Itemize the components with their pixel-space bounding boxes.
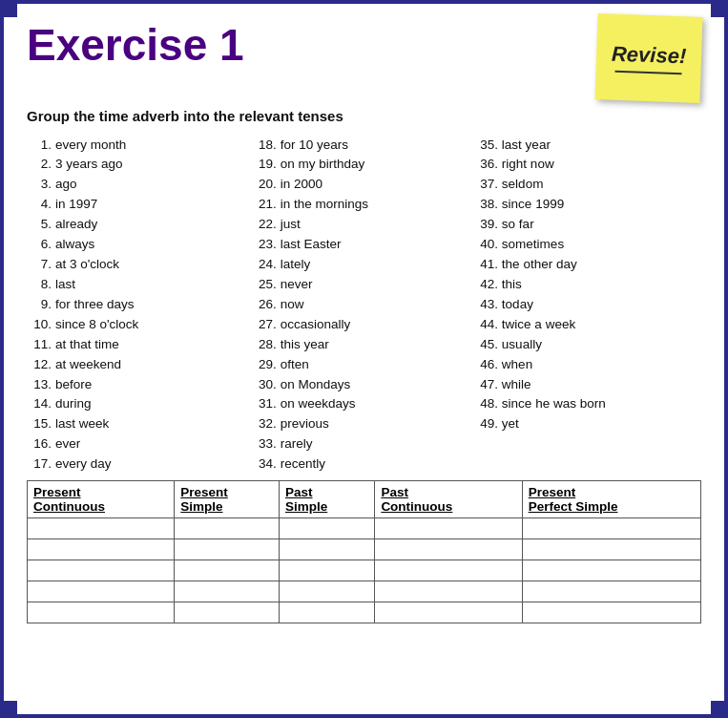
item-text: never bbox=[281, 275, 313, 295]
list-item: 32.previous bbox=[252, 414, 477, 434]
table-cell bbox=[375, 539, 522, 560]
list-col3: 35. last year36. right now37. seldom38. … bbox=[476, 136, 701, 435]
table-cell bbox=[522, 560, 700, 581]
item-text: rarely bbox=[281, 434, 313, 454]
item-num: 3. bbox=[27, 175, 53, 195]
item-num: 30. bbox=[252, 375, 279, 395]
item-num: 12. bbox=[27, 355, 53, 375]
item-num: 14. bbox=[27, 394, 53, 414]
item-text: in the mornings bbox=[281, 195, 368, 215]
list-item: 40. sometimes bbox=[476, 235, 701, 255]
table-cell bbox=[522, 518, 700, 539]
list-item: 4.in 1997 bbox=[27, 195, 252, 215]
list-item: 7.at 3 o'clock bbox=[27, 255, 252, 275]
list-item: 1.every month bbox=[27, 136, 252, 156]
item-num: 28. bbox=[252, 335, 279, 355]
list-item: 35. last year bbox=[476, 136, 701, 156]
lists-area: 1.every month2.3 years ago3.ago4.in 1997… bbox=[27, 136, 701, 475]
item-text: during bbox=[55, 394, 92, 414]
list-item: 47. while bbox=[476, 375, 701, 395]
column-2: 18.for 10 years19.on my birthday20.in 20… bbox=[252, 136, 477, 475]
item-num: 33. bbox=[252, 434, 279, 454]
list-item: 39. so far bbox=[476, 215, 701, 235]
table-cell bbox=[375, 518, 522, 539]
column-3: 35. last year36. right now37. seldom38. … bbox=[476, 136, 701, 475]
table-header-cell: PastContinuous bbox=[375, 481, 522, 518]
table-cell bbox=[279, 539, 374, 560]
item-num: 15. bbox=[27, 414, 53, 434]
item-text: at 3 o'clock bbox=[55, 255, 119, 275]
list-item: 41. the other day bbox=[476, 255, 701, 275]
table-cell bbox=[279, 560, 374, 581]
column-1: 1.every month2.3 years ago3.ago4.in 1997… bbox=[27, 136, 252, 475]
table-header-row: PresentContinuousPresentSimplePastSimple… bbox=[28, 481, 701, 518]
list-item: 45. usually bbox=[476, 335, 701, 355]
table-cell bbox=[28, 518, 175, 539]
table-cell bbox=[522, 602, 700, 623]
table-cell bbox=[28, 560, 175, 581]
item-num: 32. bbox=[252, 414, 279, 434]
item-text: previous bbox=[281, 414, 329, 434]
list-item: 10.since 8 o'clock bbox=[27, 315, 252, 335]
list-item: 38. since 1999 bbox=[476, 195, 701, 215]
corner-tr bbox=[711, 4, 724, 17]
item-num: 7. bbox=[27, 255, 53, 275]
item-text: ever bbox=[55, 434, 80, 454]
instruction-text: Group the time adverb into the relevant … bbox=[27, 107, 701, 126]
list-item: 24.lately bbox=[252, 255, 477, 275]
table-header-cell: PastSimple bbox=[279, 481, 374, 518]
list-item: 5.already bbox=[27, 215, 252, 235]
table-cell bbox=[279, 581, 374, 602]
item-text: in 2000 bbox=[281, 175, 322, 195]
item-num: 8. bbox=[27, 275, 53, 295]
list-col2: 18.for 10 years19.on my birthday20.in 20… bbox=[252, 136, 477, 475]
list-item: 3.ago bbox=[27, 175, 252, 195]
table-header-cell: PresentContinuous bbox=[28, 481, 175, 518]
item-num: 9. bbox=[27, 295, 53, 315]
list-item: 30.on Mondays bbox=[252, 375, 477, 395]
list-item: 14.during bbox=[27, 394, 252, 414]
list-item: 31.on weekdays bbox=[252, 394, 477, 414]
corner-br bbox=[711, 701, 724, 714]
list-item: 15.last week bbox=[27, 414, 252, 434]
list-item: 33.rarely bbox=[252, 434, 477, 454]
list-item: 8.last bbox=[27, 275, 252, 295]
list-item: 27.occasionally bbox=[252, 315, 477, 335]
item-num: 21. bbox=[252, 195, 279, 215]
item-text: before bbox=[55, 375, 92, 395]
list-item: 13.before bbox=[27, 375, 252, 395]
list-item: 6.always bbox=[27, 235, 252, 255]
item-text: already bbox=[55, 215, 97, 235]
item-text: now bbox=[281, 295, 304, 315]
list-item: 22.just bbox=[252, 215, 477, 235]
corner-bl bbox=[4, 701, 17, 714]
list-item: 12.at weekend bbox=[27, 355, 252, 375]
item-text: on weekdays bbox=[281, 394, 356, 414]
item-num: 26. bbox=[252, 295, 279, 315]
item-text: on my birthday bbox=[281, 155, 365, 175]
item-text: for 10 years bbox=[281, 136, 348, 156]
table-row bbox=[28, 602, 701, 623]
table-cell bbox=[175, 581, 280, 602]
table-cell bbox=[28, 581, 175, 602]
item-num: 22. bbox=[252, 215, 279, 235]
item-text: occasionally bbox=[281, 315, 351, 335]
revise-underline bbox=[614, 71, 681, 74]
item-text: recently bbox=[281, 454, 325, 475]
table-cell bbox=[375, 602, 522, 623]
item-num: 20. bbox=[252, 175, 279, 195]
list-item: 28.this year bbox=[252, 335, 477, 355]
item-text: 3 years ago bbox=[55, 155, 123, 175]
item-num: 29. bbox=[252, 355, 279, 375]
item-text: every day bbox=[55, 454, 112, 475]
item-text: every month bbox=[55, 136, 126, 156]
list-item: 17.every day bbox=[27, 454, 252, 475]
item-text: this year bbox=[281, 335, 329, 355]
item-text: since 8 o'clock bbox=[55, 315, 138, 335]
table-cell bbox=[375, 581, 522, 602]
table-cell bbox=[28, 539, 175, 560]
item-text: last Easter bbox=[281, 235, 342, 255]
list-item: 44. twice a week bbox=[476, 315, 701, 335]
item-num: 17. bbox=[27, 454, 53, 475]
item-num: 4. bbox=[27, 195, 53, 215]
